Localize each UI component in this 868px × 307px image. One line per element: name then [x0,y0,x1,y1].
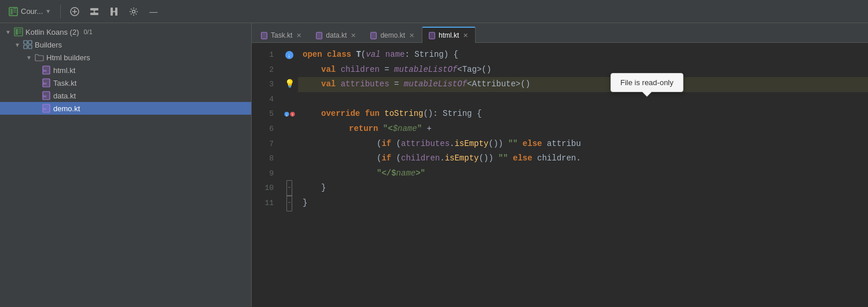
html-kt-icon: kt [42,65,51,75]
project-badge: 0/1 [84,28,93,35]
svg-rect-42 [317,32,322,38]
plus-icon [70,7,79,16]
tab-html-kt[interactable]: html.kt ✕ [422,27,476,43]
tab-demo-kt-close[interactable]: ✕ [408,32,415,39]
gear-icon [129,7,138,16]
code-line-10: } [298,181,868,196]
tab-data-kt[interactable]: data.kt ✕ [309,27,363,43]
gutter-arrow-down-5[interactable]: ↓ [284,109,289,119]
readonly-tooltip: File is read-only [610,73,683,92]
code-line-8: (if (children.isEmpty()) "" else childre… [298,151,868,166]
demo-kt-tab-icon [370,32,377,39]
data-kt-icon: kt [42,91,51,100]
main-area: ▼ Kotlin Koans (2) 0/1 ▼ [0,23,868,307]
settings-button[interactable] [126,3,142,20]
svg-point-18 [133,10,135,13]
code-line-11: } [298,196,868,211]
project-name: Cour... [21,7,43,16]
project-icon [14,27,23,36]
code-lines[interactable]: open class T(val name: String) { val chi… [298,43,868,307]
svg-rect-26 [24,45,27,49]
sidebar-item-demo-kt[interactable]: kt demo.kt [0,102,251,115]
code-line-7: (if (attributes.isEmpty()) "" else attri… [298,137,868,152]
toolbar: Cour... ▼ — [0,0,868,23]
tab-task-kt[interactable]: Task.kt ✕ [254,27,309,43]
svg-rect-24 [24,41,27,44]
bulb-icon[interactable]: 💡 [285,77,295,92]
split-vertical-button[interactable] [106,3,122,20]
split-vertical-icon [109,7,119,16]
tab-task-kt-label: Task.kt [271,31,292,39]
collapse-arrow: ▼ [5,28,12,35]
book-icon [8,6,19,17]
sidebar-item-project[interactable]: ▼ Kotlin Koans (2) 0/1 [0,25,251,38]
fold-marker-11[interactable]: – [286,195,292,211]
code-line-3: val attributes = mutableListOf<Attribute… [298,77,868,92]
tooltip-text: File is read-only [620,78,674,87]
svg-text:↓: ↓ [288,53,291,59]
data-kt-tab-icon [315,32,323,39]
separator [60,5,61,19]
code-line-6: return "<$name" + [298,122,868,137]
add-button[interactable] [67,3,83,20]
svg-text:kt: kt [43,69,46,72]
tab-html-kt-close[interactable]: ✕ [462,32,469,39]
split-horizontal-button[interactable] [86,3,102,20]
tab-data-kt-label: data.kt [326,31,347,39]
task-kt-tab-icon [260,32,268,39]
svg-rect-20 [16,29,18,35]
project-label: Kotlin Koans (2) [25,28,79,36]
svg-rect-44 [371,32,377,38]
editor-content[interactable]: 1 2 3 4 5 6 7 8 9 10 11 [252,43,868,307]
svg-rect-40 [262,32,267,38]
code-line-1: open class T(val name: String) { [298,47,868,63]
svg-rect-27 [28,45,32,49]
code-line-4 [298,92,868,107]
code-line-5: override fun toString(): String { [298,107,868,122]
code-line-9: "</$name>" [298,166,868,181]
minimize-icon: — [149,7,157,16]
svg-text:↓: ↓ [285,112,288,118]
svg-rect-25 [28,41,32,44]
folder-icon [35,53,44,62]
task-kt-icon: kt [42,78,51,87]
demo-kt-icon: kt [42,104,51,113]
split-horizontal-icon [90,7,99,16]
tab-demo-kt-label: demo.kt [380,31,405,39]
svg-text:kt: kt [43,107,46,111]
data-kt-label: data.kt [53,92,76,100]
fold-marker-10[interactable]: – [286,180,292,196]
svg-rect-46 [429,32,435,38]
svg-text:kt: kt [43,82,46,85]
sidebar-item-html-builders[interactable]: ▼ Html builders [0,51,251,64]
minimize-button[interactable]: — [145,3,161,20]
line-numbers: 1 2 3 4 5 6 7 8 9 10 11 [252,43,281,307]
gutter: ↓ 💡 ↓ [281,43,298,307]
html-kt-tab-icon [428,32,436,39]
task-kt-label: Task.kt [53,79,76,87]
code-line-2: val children = mutableListOf<Tag>() [298,63,868,78]
tab-task-kt-close[interactable]: ✕ [295,32,303,39]
sidebar-item-task-kt[interactable]: kt Task.kt [0,76,251,89]
tab-data-kt-close[interactable]: ✕ [350,32,357,39]
html-kt-label: html.kt [53,66,75,75]
project-selector[interactable]: Cour... ▼ [5,5,54,19]
sidebar-item-builders[interactable]: ▼ Builders [0,38,251,51]
html-builders-arrow: ▼ [25,54,32,61]
chevron-down-icon: ▼ [45,8,51,14]
gutter-breakpoint-1[interactable]: ↓ [284,50,295,60]
sidebar-item-html-kt[interactable]: kt html.kt [0,64,251,76]
editor-area[interactable]: File is read-only 1 2 3 4 5 6 7 8 9 10 1… [252,43,868,307]
sidebar-item-data-kt[interactable]: kt data.kt [0,89,251,102]
tab-demo-kt[interactable]: demo.kt ✕ [363,27,422,43]
svg-rect-1 [10,9,13,14]
tab-html-kt-label: html.kt [439,31,459,39]
builders-arrow: ▼ [14,41,21,48]
tabs-bar: Task.kt ✕ data.kt ✕ demo.kt ✕ [252,23,868,43]
html-builders-label: Html builders [46,53,90,62]
module-icon [23,40,32,49]
gutter-arrow-up-5[interactable]: ↑ [290,109,295,119]
sidebar: ▼ Kotlin Koans (2) 0/1 ▼ [0,23,252,307]
builders-label: Builders [35,41,62,49]
svg-text:kt: kt [43,94,46,98]
